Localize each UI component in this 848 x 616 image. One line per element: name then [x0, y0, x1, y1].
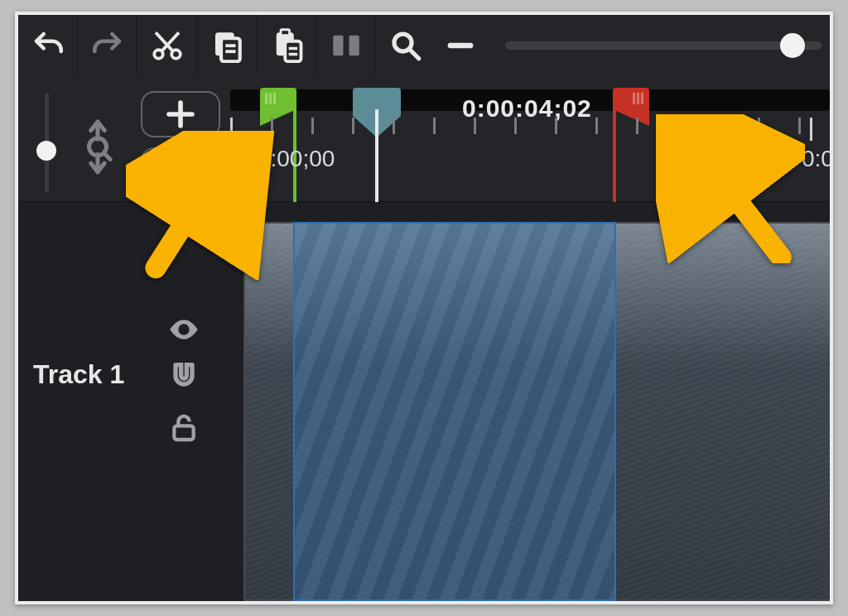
visibility-toggle[interactable]	[167, 313, 200, 346]
in-marker[interactable]	[260, 88, 296, 109]
svg-rect-9	[288, 47, 297, 51]
track-height-slider[interactable]	[26, 101, 65, 184]
copy-button[interactable]	[197, 15, 257, 76]
timeline-header-row: 0:00:04;02	[18, 76, 830, 202]
ruler-ticks	[230, 118, 830, 141]
add-track-button[interactable]	[141, 91, 220, 137]
paste-button[interactable]	[257, 15, 316, 76]
split-button[interactable]	[316, 15, 376, 76]
svg-point-1	[171, 50, 181, 59]
tracks-area: Track 1	[18, 202, 830, 601]
svg-rect-7	[281, 30, 290, 36]
timeline-ruler[interactable]: 0:00:04;02	[230, 76, 830, 202]
zoom-fit-icon[interactable]	[75, 116, 121, 169]
svg-point-15	[181, 327, 187, 333]
timeline-editor: 0:00:04;02	[15, 12, 833, 604]
svg-rect-11	[333, 36, 343, 56]
svg-rect-4	[225, 44, 235, 47]
selection-region[interactable]	[293, 222, 616, 601]
zoom-slider[interactable]	[505, 38, 822, 53]
redo-button[interactable]	[78, 15, 137, 76]
ruler-label-zero: 0:00:00;00	[225, 146, 335, 172]
track-label: Track 1	[33, 359, 124, 390]
undo-button[interactable]	[18, 15, 78, 76]
timeline-left-controls	[18, 76, 230, 202]
out-marker[interactable]	[613, 88, 649, 109]
svg-rect-10	[288, 53, 297, 56]
svg-rect-16	[174, 426, 193, 440]
svg-rect-8	[285, 41, 301, 62]
cut-button[interactable]	[137, 15, 197, 76]
svg-rect-5	[225, 50, 235, 53]
snap-toggle[interactable]	[167, 359, 200, 392]
edit-toolbar	[18, 15, 830, 76]
svg-point-0	[154, 50, 163, 59]
track-lane[interactable]	[230, 202, 830, 601]
lock-toggle[interactable]	[167, 411, 200, 444]
zoom-icon	[376, 15, 436, 76]
zoom-out-button[interactable]	[436, 15, 485, 76]
ruler-label-next: 0:0	[802, 146, 833, 172]
track-header: Track 1	[18, 202, 230, 601]
expand-tracks-button[interactable]	[141, 147, 220, 194]
svg-rect-12	[349, 36, 359, 56]
